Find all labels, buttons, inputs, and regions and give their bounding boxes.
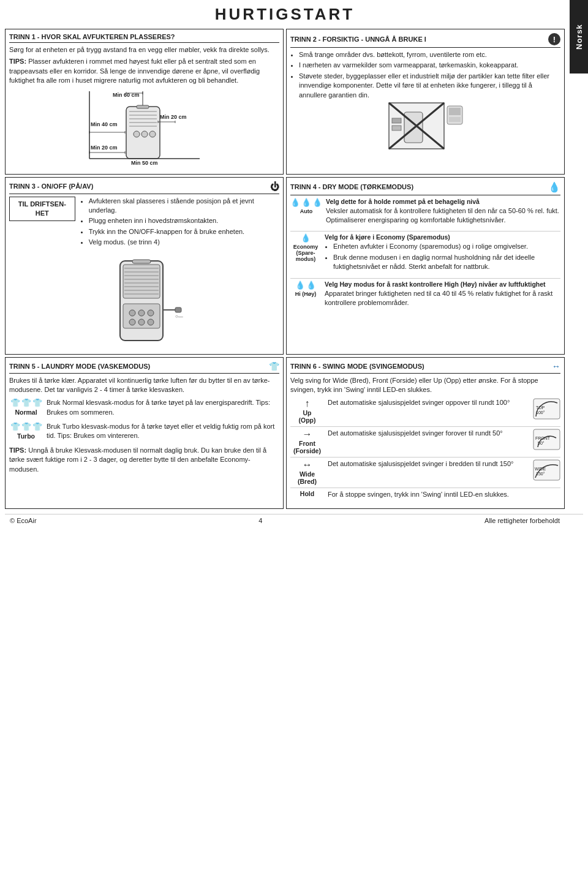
svg-point-8 [149,131,156,137]
tips-label: TIPS: [9,58,26,65]
trinn4-header: TRINN 4 - DRY MODE (TØRKEMODUS) 💧 [290,181,560,195]
auto-icon-col: 💧 💧 💧 Auto [290,198,322,214]
divider3 [290,426,560,427]
front-label-col: → Front (Forside) [290,429,324,454]
economy-bullet1: Enheten avfukter i Economy (sparemodus) … [333,242,560,251]
svg-text:100°: 100° [536,410,545,415]
trinn2-diagram [290,102,560,151]
svg-text:FRONT: FRONT [535,436,551,440]
up-swing-row: ↑ Up (Opp) Det automatiske sjalusispjeld… [290,398,560,424]
divider5 [290,488,560,488]
svg-point-51 [129,310,135,316]
trinn1-section: TRINN 1 - HVOR SKAL AVFUKTEREN PLASSERES… [5,29,284,175]
up-diagram: TOP 100° [533,398,560,421]
trinn3-bullet2: Plugg enheten inn i hovedstrømskontakten… [89,216,279,225]
placement-diagram-svg: Min 60 cm Min 40 cm Min 20 cm Min 2 [77,88,212,168]
hi-droplets: 💧 💧 [295,281,316,290]
svg-text:Min 20 cm: Min 20 cm [160,114,187,120]
trinn5-tips: TIPS: Unngå å bruke Klesvask-modusen til… [9,446,279,474]
wide-swing-row: ↔ Wide (Bred) Det automatiske sjalusispj… [290,459,560,485]
divider1 [290,231,560,232]
economy-droplets: 💧 [301,233,311,243]
trinn6-header: TRINN 6 - SWING MODE (SVINGEMODUS) ↔ [290,361,560,374]
front-diagram: FRONT 50° [533,429,560,451]
front-arrow-icon: → [290,429,324,440]
economy-icon-col: 💧 Economy (Spare- modus) [290,233,321,262]
trinn5-section: TRINN 5 - LAUNDRY MODE (VASKEMODUS) 👕 Br… [5,357,284,509]
wide-text-col: Det automatiske sjalusispjeldet svinger … [328,459,529,471]
svg-text:Min 20 cm: Min 20 cm [91,145,118,151]
turbo-shirt1: 👕 [10,422,20,431]
trinn2-bullet3: Støvete steder, byggeplasser eller et in… [299,72,560,100]
trinn3-group-label: TIL DRIFTSEN-HET [9,197,75,222]
shirt2: 👕 [21,398,31,407]
trinn5-intro: Brukes til å tørke klær. Apparatet vil k… [9,376,279,395]
trinn3-bullet1: Avfukteren skal plasseres i stående posi… [89,197,279,216]
auto-mode-row: 💧 💧 💧 Auto Velg dette for å holde rommet… [290,198,560,228]
svg-text:TOP: TOP [536,405,545,410]
trinn2-bullet1: Små trange områder dvs. bøttekott, fyrro… [299,50,560,59]
trinn3-list: Avfukteren skal plasseres i stående posi… [89,197,279,249]
svg-point-56 [148,319,154,325]
turbo-text: Bruk Turbo klesvask-modus for å tørke tø… [47,422,279,441]
trinn2-bullet2: I nærheten av varmekilder som varmeappar… [299,61,560,70]
economy-bullet2: Bruk denne modusen i en daglig normal hu… [333,253,560,272]
wide-label-col: ↔ Wide (Bred) [290,459,324,485]
trinn3-bullet4: Velg modus. (se trinn 4) [89,238,279,247]
hi-text: Apparatet bringer fuktigheten ned til ca… [325,289,560,308]
normal-mode-row: 👕 👕 👕 Normal Bruk Normal klesvask-modus … [9,398,279,420]
footer-right: Alle rettigheter forbeholdt [484,517,560,524]
droplet1: 💧 [290,198,300,207]
trinn2-header: TRINN 2 - FORSIKTIG - UNNGÅ Å BRUKE I ! [290,33,560,48]
page-title: HURTIGSTART [5,5,583,24]
svg-point-53 [148,310,154,316]
svg-point-7 [141,131,148,137]
wide-text: Det automatiske sjalusispjeldet svinger … [328,459,529,469]
svg-rect-39 [449,117,461,122]
shirt3: 👕 [32,398,42,407]
svg-point-54 [129,319,135,325]
footer: © EcoAir 4 Alle rettigheter forbeholdt [5,514,583,527]
svg-rect-36 [392,126,401,130]
laundry-icon: 👕 [269,361,279,371]
tips5-label: TIPS: [9,446,26,454]
up-arrow-icon: ↑ [290,398,324,409]
turbo-mode-row: 👕 👕 👕 Turbo Bruk Turbo klesvask-modus fo… [9,422,279,443]
water-drop-icon: 💧 [548,181,560,193]
hold-label: Hold [290,490,324,497]
svg-rect-9 [137,105,149,108]
hi-mode-row: 💧 💧 Hi (Høy) Velg Høy modus for å raskt … [290,281,560,311]
svg-text:○—: ○— [175,314,183,319]
svg-rect-41 [123,265,160,298]
turbo-shirts: 👕 👕 👕 [10,422,42,431]
hi-title: Velg Høy modus for å raskt kontrollere H… [325,281,560,288]
hi-droplet1: 💧 [295,281,305,290]
auto-droplets: 💧 💧 💧 [290,198,322,207]
auto-title: Velg dette for å holde rommet på et beha… [326,198,560,205]
hi-icon-col: 💧 💧 Hi (Høy) [290,281,321,297]
wide-label: Wide (Bred) [290,470,324,485]
turbo-icon-col: 👕 👕 👕 Turbo [9,422,43,440]
svg-rect-35 [392,118,401,123]
trinn6-section: TRINN 6 - SWING MODE (SVINGEMODUS) ↔ Vel… [286,357,565,509]
trinn3-section: TRINN 3 - ON/OFF (PÅ/AV) ⏻ TIL DRIFTSEN-… [5,177,284,355]
wide-diagram: WIDE 150° [533,459,560,482]
shirt1: 👕 [10,398,20,407]
divider2 [290,278,560,279]
trinn3-device-diagram: ○— [9,255,279,347]
front-swing-row: → Front (Forside) Det automatiske sjalus… [290,429,560,454]
front-label: Front (Forside) [290,440,324,454]
normal-label: Normal [15,409,37,416]
up-angle-svg: TOP 100° [533,398,560,420]
auto-text: Veksler automatisk for å kontrollere fuk… [326,206,560,225]
hi-droplet2: 💧 [306,281,316,290]
svg-rect-60 [132,260,151,263]
normal-icon-col: 👕 👕 👕 Normal [9,398,43,416]
trinn5-header: TRINN 5 - LAUNDRY MODE (VASKEMODUS) 👕 [9,361,279,374]
svg-text:Min 50 cm: Min 50 cm [131,160,158,166]
svg-text:Min 40 cm: Min 40 cm [91,121,118,127]
svg-text:50°: 50° [538,441,545,445]
normal-text: Bruk Normal klesvask-modus for å tørke t… [47,398,279,417]
svg-rect-38 [449,108,461,115]
trinn1-para1: Sørg for at enheten er på trygg avstand … [9,45,279,55]
